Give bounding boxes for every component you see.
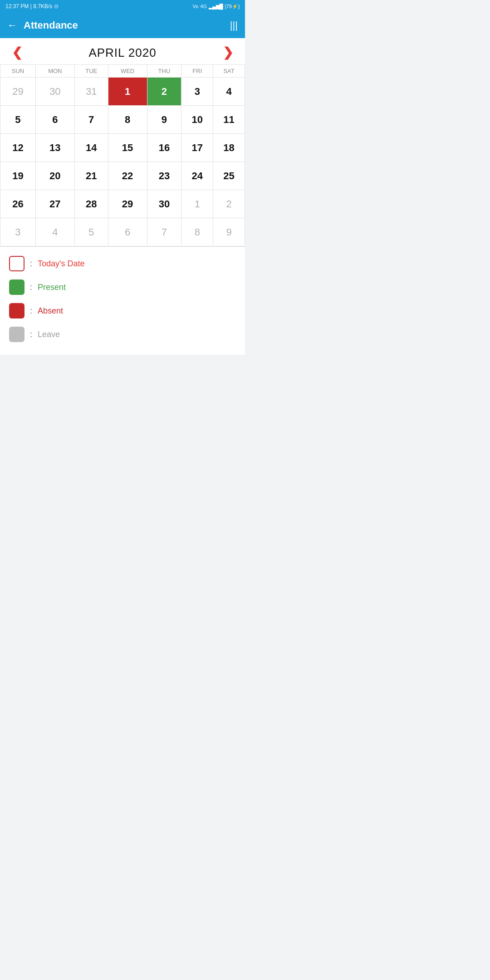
legend-item-absent: : Absent [9,303,236,318]
calendar-day[interactable]: 28 [74,190,108,218]
calendar-week-1: 567891011 [0,106,245,134]
next-month-button[interactable]: ❯ [218,44,238,61]
calendar-day[interactable]: 30 [147,190,181,218]
calendar-day[interactable]: 16 [147,134,181,162]
legend-colon-today: : [30,259,32,269]
bottom-whitespace [0,355,245,672]
day-header-thu: THU [147,65,181,78]
day-header-fri: FRI [181,65,213,78]
calendar-day[interactable]: 2 [213,190,245,218]
calendar-day[interactable]: 11 [213,106,245,134]
calendar-day[interactable]: 29 [108,190,147,218]
calendar-day[interactable]: 22 [108,162,147,190]
calendar-day[interactable]: 7 [147,218,181,246]
calendar-week-0: 2930311234 [0,78,245,106]
leave-color-box [9,327,24,342]
calendar-week-2: 12131415161718 [0,134,245,162]
today-label: Today's Date [38,259,85,269]
day-header-sat: SAT [213,65,245,78]
day-header-wed: WED [108,65,147,78]
legend: : Today's Date : Present : Absent : Leav… [0,246,245,355]
calendar-day[interactable]: 14 [74,134,108,162]
calendar-day[interactable]: 29 [0,78,36,106]
calendar-day[interactable]: 3 [181,78,213,106]
status-time: 12:37 PM | 8.7KB/s ⊙ [5,3,59,10]
legend-colon-absent: : [30,306,32,316]
calendar-day[interactable]: 26 [0,190,36,218]
calendar-day[interactable]: 8 [181,218,213,246]
calendar-header: SUNMONTUEWEDTHUFRISAT [0,65,245,78]
calendar-day[interactable]: 24 [181,162,213,190]
battery-icon: [79⚡] [225,4,240,10]
day-header-sun: SUN [0,65,36,78]
calendar-day[interactable]: 31 [74,78,108,106]
leave-label: Leave [38,330,60,339]
signal-icon: ▂▄▆█ [209,4,223,10]
chart-icon[interactable]: ||| [230,20,238,31]
prev-month-button[interactable]: ❮ [7,44,27,61]
calendar-day[interactable]: 27 [35,190,74,218]
calendar-day[interactable]: 12 [0,134,36,162]
calendar-week-3: 19202122232425 [0,162,245,190]
calendar-grid: SUNMONTUEWEDTHUFRISAT 293031123456789101… [0,64,245,246]
calendar-day[interactable]: 10 [181,106,213,134]
main-content: ❮ APRIL 2020 ❯ SUNMONTUEWEDTHUFRISAT 293… [0,38,245,355]
status-bar: 12:37 PM | 8.7KB/s ⊙ Vo 4G ▂▄▆█ [79⚡] [0,0,245,13]
calendar-day[interactable]: 4 [35,218,74,246]
calendar-day[interactable]: 9 [147,106,181,134]
page-title: Attendance [24,20,230,31]
absent-label: Absent [38,306,63,316]
calendar-day[interactable]: 20 [35,162,74,190]
back-button[interactable]: ← [7,20,17,31]
calendar-day[interactable]: 1 [181,190,213,218]
calendar-day[interactable]: 1 [108,78,147,106]
day-header-tue: TUE [74,65,108,78]
calendar-day[interactable]: 13 [35,134,74,162]
calendar-day[interactable]: 18 [213,134,245,162]
calendar-day[interactable]: 7 [74,106,108,134]
calendar-navigation: ❮ APRIL 2020 ❯ [0,38,245,64]
calendar-day[interactable]: 25 [213,162,245,190]
legend-colon-leave: : [30,330,32,339]
network-icon: 4G [200,4,207,9]
calendar-day[interactable]: 5 [74,218,108,246]
calendar-day[interactable]: 8 [108,106,147,134]
present-color-box [9,279,24,295]
calendar-day[interactable]: 4 [213,78,245,106]
absent-color-box [9,303,24,318]
calendar-month-year: APRIL 2020 [88,46,156,60]
calendar-day[interactable]: 30 [35,78,74,106]
legend-item-present: : Present [9,279,236,295]
calendar-day[interactable]: 3 [0,218,36,246]
calendar-week-4: 262728293012 [0,190,245,218]
legend-item-today: : Today's Date [9,256,236,271]
volte-icon: Vo [192,4,198,9]
calendar-day[interactable]: 21 [74,162,108,190]
calendar-day[interactable]: 6 [108,218,147,246]
calendar-day[interactable]: 9 [213,218,245,246]
calendar-day[interactable]: 23 [147,162,181,190]
app-bar: ← Attendance ||| [0,13,245,38]
calendar-week-5: 3456789 [0,218,245,246]
calendar-day[interactable]: 6 [35,106,74,134]
legend-colon-present: : [30,283,32,292]
calendar-day[interactable]: 15 [108,134,147,162]
present-label: Present [38,283,66,292]
calendar-day[interactable]: 5 [0,106,36,134]
day-header-mon: MON [35,65,74,78]
status-icons: Vo 4G ▂▄▆█ [79⚡] [192,4,240,10]
today-color-box [9,256,24,271]
legend-item-leave: : Leave [9,327,236,342]
calendar-day[interactable]: 19 [0,162,36,190]
calendar-day[interactable]: 2 [147,78,181,106]
calendar-day[interactable]: 17 [181,134,213,162]
